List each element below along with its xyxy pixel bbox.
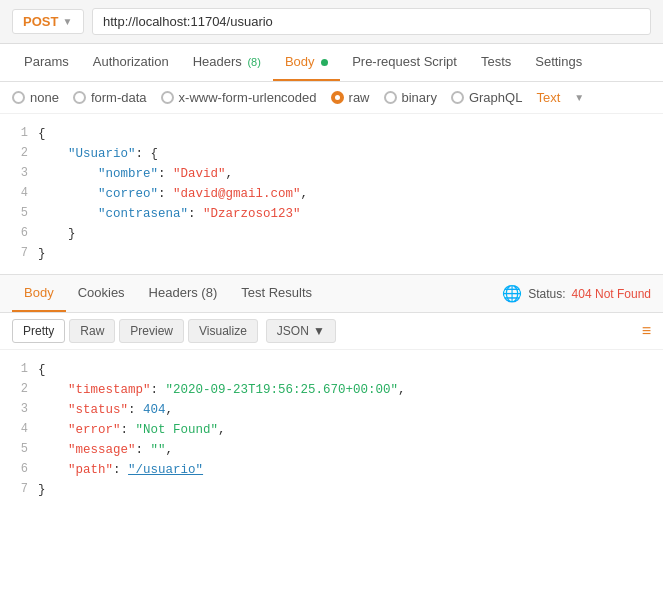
option-form-data[interactable]: form-data (73, 90, 147, 105)
text-type-select[interactable]: Text (536, 90, 560, 105)
radio-graphql (451, 91, 464, 104)
option-form-data-label: form-data (91, 90, 147, 105)
format-visualize[interactable]: Visualize (188, 319, 258, 343)
response-status: 🌐 Status: 404 Not Found (502, 284, 651, 303)
option-graphql[interactable]: GraphQL (451, 90, 522, 105)
response-tab-test-results[interactable]: Test Results (229, 275, 324, 312)
option-graphql-label: GraphQL (469, 90, 522, 105)
radio-none (12, 91, 25, 104)
url-input[interactable] (92, 8, 651, 35)
request-line-4: 4 "correo": "david@gmail.com", (0, 184, 663, 204)
radio-form-data (73, 91, 86, 104)
format-pretty[interactable]: Pretty (12, 319, 65, 343)
request-tab-nav: Params Authorization Headers (8) Body Pr… (0, 44, 663, 82)
method-label: POST (23, 14, 58, 29)
response-line-4: 4 "error": "Not Found", (0, 420, 663, 440)
request-line-5: 5 "contrasena": "Dzarzoso123" (0, 204, 663, 224)
format-bar: Pretty Raw Preview Visualize JSON ▼ ≡ (0, 313, 663, 350)
format-raw[interactable]: Raw (69, 319, 115, 343)
radio-binary (384, 91, 397, 104)
response-tab-cookies[interactable]: Cookies (66, 275, 137, 312)
option-urlencoded-label: x-www-form-urlencoded (179, 90, 317, 105)
request-line-3: 3 "nombre": "David", (0, 164, 663, 184)
format-preview[interactable]: Preview (119, 319, 184, 343)
body-dot (321, 59, 328, 66)
tab-params[interactable]: Params (12, 44, 81, 81)
tab-body[interactable]: Body (273, 44, 340, 81)
request-body-editor[interactable]: 1 { 2 "Usuario": { 3 "nombre": "David", … (0, 114, 663, 275)
tab-settings[interactable]: Settings (523, 44, 594, 81)
method-dropdown-arrow: ▼ (62, 16, 72, 27)
option-binary-label: binary (402, 90, 437, 105)
option-none-label: none (30, 90, 59, 105)
tab-tests[interactable]: Tests (469, 44, 523, 81)
request-line-2: 2 "Usuario": { (0, 144, 663, 164)
option-raw[interactable]: raw (331, 90, 370, 105)
status-label: Status: (528, 287, 565, 301)
request-line-7: 7 } (0, 244, 663, 264)
response-tab-body[interactable]: Body (12, 275, 66, 312)
format-type-select[interactable]: JSON ▼ (266, 319, 336, 343)
globe-icon: 🌐 (502, 284, 522, 303)
response-line-2: 2 "timestamp": "2020-09-23T19:56:25.670+… (0, 380, 663, 400)
request-line-1: 1 { (0, 124, 663, 144)
response-line-3: 3 "status": 404, (0, 400, 663, 420)
response-line-6: 6 "path": "/usuario" (0, 460, 663, 480)
tab-headers[interactable]: Headers (8) (181, 44, 273, 81)
response-tab-nav: Body Cookies Headers (8) Test Results 🌐 … (0, 275, 663, 313)
format-type-label: JSON (277, 324, 309, 338)
radio-raw (331, 91, 344, 104)
tab-pre-request[interactable]: Pre-request Script (340, 44, 469, 81)
body-options-bar: none form-data x-www-form-urlencoded raw… (0, 82, 663, 114)
option-binary[interactable]: binary (384, 90, 437, 105)
response-tab-headers[interactable]: Headers (8) (137, 275, 230, 312)
option-raw-label: raw (349, 90, 370, 105)
tab-authorization[interactable]: Authorization (81, 44, 181, 81)
request-line-6: 6 } (0, 224, 663, 244)
response-line-7: 7 } (0, 480, 663, 500)
format-type-arrow: ▼ (313, 324, 325, 338)
method-select[interactable]: POST ▼ (12, 9, 84, 34)
response-line-1: 1 { (0, 360, 663, 380)
option-none[interactable]: none (12, 90, 59, 105)
radio-urlencoded (161, 91, 174, 104)
status-code: 404 Not Found (572, 287, 651, 301)
option-urlencoded[interactable]: x-www-form-urlencoded (161, 90, 317, 105)
url-bar: POST ▼ (0, 0, 663, 44)
response-line-5: 5 "message": "", (0, 440, 663, 460)
filter-icon[interactable]: ≡ (642, 322, 651, 340)
headers-badge: (8) (247, 56, 260, 68)
text-dropdown-arrow[interactable]: ▼ (574, 92, 584, 103)
response-body-editor: 1 { 2 "timestamp": "2020-09-23T19:56:25.… (0, 350, 663, 510)
